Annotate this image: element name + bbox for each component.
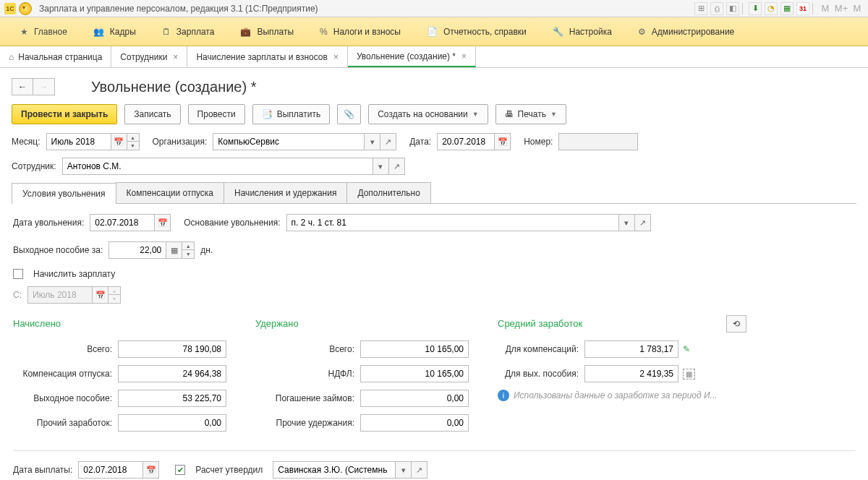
calendar-picker-icon[interactable]: 📅 bbox=[495, 133, 511, 150]
pay-button[interactable]: 📑Выплатить bbox=[252, 104, 331, 124]
severance-label: Выходное пособие за: bbox=[13, 245, 103, 255]
accrued-column: Начислено Всего: Компенсация отпуска: Вы… bbox=[13, 318, 226, 439]
spinner-down-icon[interactable]: ▼ bbox=[127, 142, 139, 150]
spinner-up-icon: ▲ bbox=[109, 287, 120, 295]
spinner-down-icon[interactable]: ▼ bbox=[182, 250, 194, 258]
dismissal-date-input[interactable] bbox=[90, 214, 155, 231]
refresh-button[interactable]: ⟲ bbox=[726, 315, 746, 333]
menu-payments[interactable]: 💼Выплаты bbox=[227, 17, 307, 46]
tab-accrual[interactable]: Начисление зарплаты и взносов× bbox=[187, 46, 348, 67]
open-ref-icon[interactable]: ↗ bbox=[635, 214, 651, 231]
severance-spinner[interactable]: ▲▼ bbox=[182, 241, 195, 259]
subtab-accruals[interactable]: Начисления и удержания bbox=[224, 182, 347, 203]
toolbar-icon-compare[interactable]: ◧ bbox=[726, 2, 739, 15]
calendar-picker-icon[interactable]: 📅 bbox=[111, 133, 127, 150]
printer-icon: 🖶 bbox=[505, 109, 514, 119]
memory-mminus-icon[interactable]: M bbox=[851, 2, 864, 15]
post-label: Провести bbox=[197, 109, 236, 119]
subtab-accruals-label: Начисления и удержания bbox=[234, 188, 336, 198]
menu-taxes[interactable]: %Налоги и взносы bbox=[307, 17, 414, 46]
total-withheld-input[interactable] bbox=[360, 340, 469, 358]
home-icon: ⌂ bbox=[9, 52, 14, 62]
employee-label: Сотрудник: bbox=[12, 161, 56, 171]
menu-salary-label: Зарплата bbox=[176, 27, 215, 37]
menu-settings[interactable]: 🔧Настройка bbox=[540, 17, 625, 46]
ndfl-input[interactable] bbox=[360, 365, 469, 382]
open-ref-icon[interactable]: ↗ bbox=[389, 158, 405, 175]
loan-repay-input[interactable] bbox=[360, 390, 469, 407]
calendar-icon[interactable]: 31 bbox=[796, 2, 809, 15]
memory-m-icon[interactable]: M bbox=[819, 2, 832, 15]
date-input[interactable] bbox=[437, 133, 495, 150]
dropdown-icon[interactable]: ▾ bbox=[373, 158, 389, 175]
spinner-up-icon[interactable]: ▲ bbox=[127, 134, 139, 142]
document-tabs: ⌂Начальная страница Сотрудники× Начислен… bbox=[0, 46, 868, 68]
toolbar-icon-grid[interactable]: ▦ bbox=[780, 2, 793, 15]
page-title: Увольнение (создание) * bbox=[91, 79, 256, 95]
month-input[interactable] bbox=[46, 133, 111, 150]
toolbar-icon-save[interactable]: ⬇ bbox=[749, 2, 762, 15]
app-menu-dropdown[interactable] bbox=[19, 2, 32, 15]
for-sev-input[interactable] bbox=[584, 365, 678, 382]
dropdown-icon[interactable]: ▾ bbox=[365, 133, 380, 150]
calendar-picker-icon[interactable]: 📅 bbox=[155, 214, 171, 231]
approved-checkbox[interactable] bbox=[175, 465, 185, 475]
other-withhold-input[interactable] bbox=[360, 414, 469, 432]
detail-icon[interactable]: ▦ bbox=[683, 369, 695, 380]
from-spinner: ▲▼ bbox=[109, 286, 121, 304]
dropdown-icon[interactable]: ▾ bbox=[619, 214, 635, 231]
menu-main[interactable]: ★Главное bbox=[7, 17, 80, 46]
approved-by-input[interactable] bbox=[273, 461, 396, 479]
post-and-close-button[interactable]: Провести и закрыть bbox=[12, 104, 117, 124]
menu-hr[interactable]: 👥Кадры bbox=[80, 17, 149, 46]
attach-button[interactable]: 📎 bbox=[337, 104, 361, 124]
menu-admin[interactable]: ⚙Администрирование bbox=[625, 17, 747, 46]
dropdown-icon[interactable]: ▾ bbox=[396, 461, 412, 479]
org-input[interactable] bbox=[213, 133, 365, 150]
toolbar-icon-clock[interactable]: ◔ bbox=[765, 2, 778, 15]
nav-back-button[interactable]: ← bbox=[12, 78, 33, 95]
basis-input[interactable] bbox=[286, 214, 619, 231]
save-button[interactable]: Записать bbox=[124, 104, 180, 124]
total-accrued-input[interactable] bbox=[118, 340, 226, 358]
subtab-leave-comp[interactable]: Компенсации отпуска bbox=[116, 182, 224, 203]
print-button[interactable]: 🖶Печать▼ bbox=[495, 104, 566, 124]
employee-input[interactable] bbox=[62, 158, 373, 175]
accrue-salary-checkbox[interactable] bbox=[13, 269, 23, 279]
menu-reports[interactable]: 📄Отчетность, справки bbox=[414, 17, 540, 46]
avg-title: Средний заработок bbox=[498, 318, 718, 329]
calc-picker-icon[interactable]: ▦ bbox=[166, 241, 182, 259]
severance-sum-input[interactable] bbox=[118, 390, 226, 407]
close-icon[interactable]: × bbox=[173, 52, 178, 62]
tab-dismissal[interactable]: Увольнение (создание) *× bbox=[348, 46, 476, 67]
open-ref-icon[interactable]: ↗ bbox=[380, 133, 396, 150]
pencil-icon[interactable]: ✎ bbox=[683, 344, 690, 354]
for-comp-input[interactable] bbox=[584, 340, 678, 358]
close-icon[interactable]: × bbox=[461, 51, 467, 61]
spinner-up-icon[interactable]: ▲ bbox=[182, 242, 194, 250]
tab-employees[interactable]: Сотрудники× bbox=[111, 46, 187, 67]
info-text: Использованы данные о заработке за перио… bbox=[514, 390, 718, 400]
pay-date-input[interactable] bbox=[78, 461, 143, 479]
toolbar-icon-print[interactable]: ⎙ bbox=[710, 2, 723, 15]
create-on-basis-button[interactable]: Создать на основании▼ bbox=[368, 104, 488, 124]
subtab-additional[interactable]: Дополнительно bbox=[346, 182, 430, 203]
severance-days-input[interactable] bbox=[109, 241, 166, 259]
nav-forward-button[interactable]: → bbox=[33, 78, 55, 95]
post-button[interactable]: Провести bbox=[188, 104, 245, 124]
open-ref-icon[interactable]: ↗ bbox=[412, 461, 427, 479]
severance-sum-label: Выходное пособие: bbox=[13, 393, 118, 403]
toolbar-icon-calc[interactable]: ⊞ bbox=[694, 2, 707, 15]
tab-home[interactable]: ⌂Начальная страница bbox=[0, 46, 111, 67]
subtab-conditions[interactable]: Условия увольнения bbox=[12, 183, 116, 204]
other-income-input[interactable] bbox=[118, 414, 226, 432]
menu-salary[interactable]: 🗒Зарплата bbox=[149, 17, 228, 46]
month-spinner[interactable]: ▲▼ bbox=[127, 133, 140, 150]
calendar-picker-icon[interactable]: 📅 bbox=[143, 461, 159, 479]
memory-mplus-icon[interactable]: M+ bbox=[835, 2, 848, 15]
other-income-label: Прочий заработок: bbox=[13, 418, 118, 428]
comp-leave-input[interactable] bbox=[118, 365, 226, 382]
close-icon[interactable]: × bbox=[333, 52, 339, 62]
tab-home-label: Начальная страница bbox=[18, 52, 102, 62]
menu-admin-label: Администрирование bbox=[652, 27, 734, 37]
